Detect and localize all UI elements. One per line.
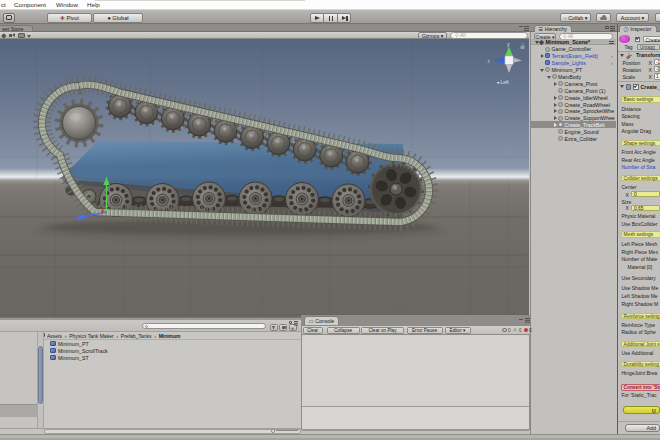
svg-text:◂ Left: ◂ Left — [497, 79, 510, 85]
svg-text:z: z — [488, 59, 491, 64]
svg-text:y: y — [507, 41, 510, 47]
